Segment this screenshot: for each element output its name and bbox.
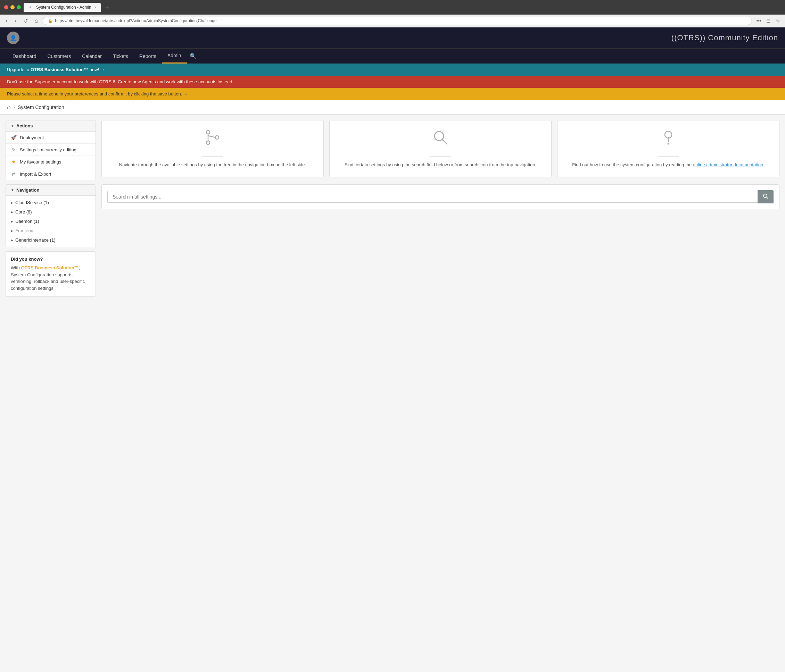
settings-editing-button[interactable]: ✎ Settings I'm currently editing [6, 144, 95, 156]
nav-search-icon[interactable]: 🔍 [187, 48, 199, 64]
sidebar: ▼ Actions 🚀 Deployment ✎ Settings I'm cu… [6, 120, 96, 672]
actions-chevron-icon: ▼ [11, 124, 14, 128]
nav-calendar[interactable]: Calendar [77, 49, 107, 63]
browser-extras: ••• ☰ ☆ [755, 17, 782, 24]
bookmark-button[interactable]: ☆ [774, 17, 782, 24]
svg-point-2 [215, 136, 219, 139]
settings-editing-label: Settings I'm currently editing [20, 147, 77, 152]
otrs-brand-text: OTRS Business Solution™ [21, 265, 79, 270]
minimize-dot[interactable] [11, 5, 15, 9]
upgrade-banner[interactable]: Upgrade to OTRS Business Solution™ now! … [0, 64, 785, 76]
actions-label: Actions [16, 123, 33, 128]
nav-customers[interactable]: Customers [42, 49, 77, 63]
favourite-settings-button[interactable]: ★ My favourite settings [6, 156, 95, 168]
info-cards: Navigate through the available settings … [102, 120, 779, 178]
genericinterface-arrow-icon: ▶ [11, 239, 13, 242]
maximize-dot[interactable] [17, 5, 21, 9]
svg-point-9 [668, 143, 669, 145]
cloudservice-label: CloudService (1) [15, 200, 49, 205]
nav-item-core[interactable]: ▶ Core (8) [6, 207, 95, 217]
frontend-arrow-icon: ▶ [11, 229, 13, 232]
card-navigate-text: Navigate through the available settings … [119, 161, 306, 169]
did-you-know-title: Did you know? [11, 257, 91, 262]
timezone-text: Please select a time zone in your prefer… [7, 91, 188, 97]
card-docs: Find out how to use the system configura… [557, 120, 779, 178]
search-button[interactable] [758, 190, 774, 203]
import-export-label: Import & Export [20, 172, 51, 177]
search-area [102, 184, 779, 209]
search-card-icon [432, 129, 449, 149]
nav-item-cloudservice[interactable]: ▶ CloudService (1) [6, 198, 95, 207]
svg-line-6 [442, 140, 447, 144]
cloudservice-arrow-icon: ▶ [11, 201, 13, 204]
nav-dashboard[interactable]: Dashboard [7, 49, 42, 63]
main-content: ▼ Actions 🚀 Deployment ✎ Settings I'm cu… [0, 115, 785, 672]
star-icon: ★ [11, 159, 16, 165]
search-input[interactable] [107, 191, 758, 203]
active-tab[interactable]: ✦ System Configuration - Admin × [23, 3, 101, 12]
card-search: Find certain settings by using the searc… [329, 120, 552, 178]
nav-item-genericinterface[interactable]: ▶ GenericInterface (1) [6, 235, 95, 245]
upgrade-brand: OTRS Business Solution™ [31, 67, 88, 72]
avatar[interactable]: 👤 [7, 31, 19, 44]
nav-item-frontend[interactable]: ▶ Frontend [6, 226, 95, 235]
upgrade-prefix: Upgrade to [7, 67, 31, 72]
breadcrumb-home-icon[interactable]: ⌂ [7, 103, 11, 111]
reader-mode-button[interactable]: ☰ [765, 17, 772, 24]
new-tab-button[interactable]: + [105, 4, 109, 11]
daemon-arrow-icon: ▶ [11, 220, 13, 223]
address-bar[interactable]: 🔒 https://otrs.heyvaldemar.net/otrs/inde… [43, 17, 752, 25]
nav-admin[interactable]: Admin [162, 48, 187, 64]
timezone-banner[interactable]: Please select a time zone in your prefer… [0, 88, 785, 100]
breadcrumb-current: System Configuration [18, 104, 64, 110]
security-lock-icon: 🔒 [48, 19, 53, 23]
forward-button[interactable]: › [12, 17, 18, 25]
did-you-know-text: With OTRS Business Solution™, System Con… [11, 265, 91, 292]
docs-icon [660, 129, 677, 149]
back-button[interactable]: ‹ [3, 17, 9, 25]
app-header: 👤 ((OTRS)) Community Edition [0, 27, 785, 48]
import-export-icon: ⇄ [11, 171, 16, 177]
refresh-button[interactable]: ↺ [21, 17, 30, 25]
docs-link[interactable]: online administrator documentation [693, 162, 763, 167]
warning-banner[interactable]: Don't use the Superuser account to work … [0, 76, 785, 88]
core-arrow-icon: ▶ [11, 210, 13, 214]
rocket-icon: 🚀 [11, 135, 16, 140]
favourite-settings-label: My favourite settings [20, 159, 61, 165]
more-options-button[interactable]: ••• [755, 17, 763, 24]
upgrade-suffix: now! → [88, 67, 105, 72]
genericinterface-label: GenericInterface (1) [15, 237, 56, 243]
close-dot[interactable] [4, 5, 8, 9]
breadcrumb-separator: › [14, 105, 15, 110]
nav-items-list: ▶ CloudService (1) ▶ Core (8) ▶ Daemon (… [6, 196, 95, 247]
svg-line-11 [766, 197, 768, 198]
nav-tickets[interactable]: Tickets [107, 49, 134, 63]
nav-reports[interactable]: Reports [134, 49, 162, 63]
navigate-icon [204, 129, 221, 149]
breadcrumb: ⌂ › System Configuration [0, 100, 785, 115]
frontend-label: Frontend [15, 228, 33, 233]
navigation-header[interactable]: ▼ Navigation [6, 185, 95, 196]
card-docs-text: Find out how to use the system configura… [572, 161, 765, 169]
deployment-button[interactable]: 🚀 Deployment [6, 131, 95, 144]
close-tab-button[interactable]: × [94, 5, 96, 9]
deployment-label: Deployment [20, 135, 44, 140]
window-controls [4, 5, 21, 9]
did-you-know-section: Did you know? With OTRS Business Solutio… [6, 251, 96, 297]
svg-line-4 [208, 136, 215, 137]
daemon-label: Daemon (1) [15, 219, 39, 224]
browser-window: ✦ System Configuration - Admin × + ‹ › ↺… [0, 0, 785, 27]
home-button[interactable]: ⌂ [33, 17, 40, 25]
card-navigate: Navigate through the available settings … [102, 120, 324, 178]
core-label: Core (8) [15, 209, 32, 215]
navigation-chevron-icon: ▼ [11, 188, 14, 192]
svg-point-0 [206, 131, 210, 134]
nav-item-daemon[interactable]: ▶ Daemon (1) [6, 217, 95, 226]
import-export-button[interactable]: ⇄ Import & Export [6, 168, 95, 180]
app-container: 👤 ((OTRS)) Community Edition Dashboard C… [0, 27, 785, 672]
main-nav: Dashboard Customers Calendar Tickets Rep… [0, 48, 785, 64]
actions-header[interactable]: ▼ Actions [6, 120, 95, 131]
warning-text: Don't use the Superuser account to work … [7, 79, 239, 84]
tab-favicon: ✦ [28, 5, 33, 10]
navigation-section: ▼ Navigation ▶ CloudService (1) ▶ Core (… [6, 184, 96, 247]
